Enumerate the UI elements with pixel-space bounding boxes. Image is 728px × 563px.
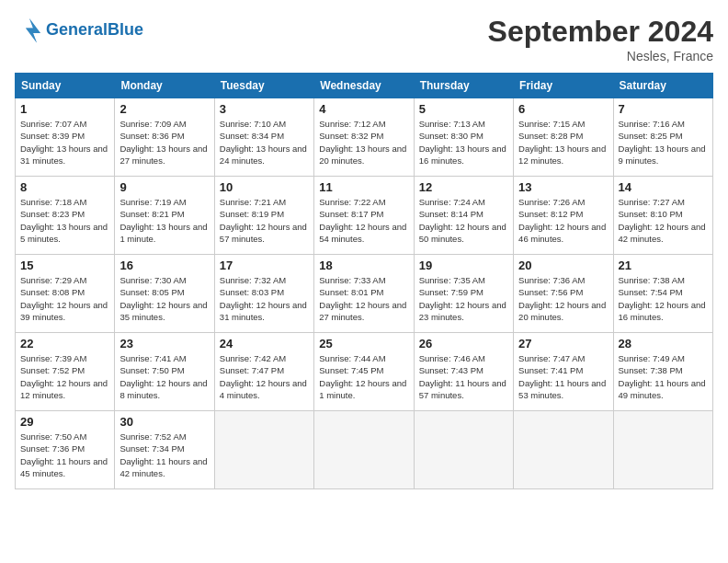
table-row: 23 Sunrise: 7:41 AM Sunset: 7:50 PM Dayl… <box>115 333 214 411</box>
table-row: 24 Sunrise: 7:42 AM Sunset: 7:47 PM Dayl… <box>214 333 313 411</box>
day-number: 16 <box>119 259 209 272</box>
day-number: 26 <box>419 337 508 350</box>
day-number: 29 <box>20 415 109 429</box>
col-friday: Friday <box>514 74 613 98</box>
table-row: 30 Sunrise: 7:52 AM Sunset: 7:34 PM Dayl… <box>115 411 214 489</box>
table-row <box>613 411 712 489</box>
day-info: Sunrise: 7:33 AM Sunset: 8:01 PM Dayligh… <box>319 274 408 323</box>
logo-text: GeneralBlue <box>46 20 143 40</box>
day-info: Sunrise: 7:12 AM Sunset: 8:32 PM Dayligh… <box>319 118 408 167</box>
day-info: Sunrise: 7:32 AM Sunset: 8:03 PM Dayligh… <box>220 274 309 323</box>
day-number: 2 <box>119 102 209 116</box>
day-number: 17 <box>220 259 309 272</box>
table-row: 12 Sunrise: 7:24 AM Sunset: 8:14 PM Dayl… <box>414 177 513 255</box>
day-number: 15 <box>20 259 109 272</box>
table-row <box>514 411 613 489</box>
day-info: Sunrise: 7:19 AM Sunset: 8:21 PM Dayligh… <box>119 196 209 245</box>
day-number: 8 <box>20 180 109 194</box>
day-info: Sunrise: 7:09 AM Sunset: 8:36 PM Dayligh… <box>119 118 209 167</box>
title-section: September 2024 Nesles, France <box>488 15 713 63</box>
day-number: 21 <box>619 259 708 272</box>
table-row: 3 Sunrise: 7:10 AM Sunset: 8:34 PM Dayli… <box>214 98 313 177</box>
calendar-row: 29 Sunrise: 7:50 AM Sunset: 7:36 PM Dayl… <box>16 411 713 489</box>
table-row: 11 Sunrise: 7:22 AM Sunset: 8:17 PM Dayl… <box>314 177 414 255</box>
table-row: 22 Sunrise: 7:39 AM Sunset: 7:52 PM Dayl… <box>16 333 115 411</box>
col-tuesday: Tuesday <box>214 74 313 98</box>
table-row: 27 Sunrise: 7:47 AM Sunset: 7:41 PM Dayl… <box>514 333 613 411</box>
day-info: Sunrise: 7:18 AM Sunset: 8:23 PM Dayligh… <box>20 196 109 245</box>
table-row: 6 Sunrise: 7:15 AM Sunset: 8:28 PM Dayli… <box>514 98 613 177</box>
col-wednesday: Wednesday <box>314 74 414 98</box>
day-number: 5 <box>419 102 508 116</box>
day-number: 1 <box>20 102 109 116</box>
table-row: 17 Sunrise: 7:32 AM Sunset: 8:03 PM Dayl… <box>214 255 313 333</box>
col-sunday: Sunday <box>16 74 115 98</box>
calendar-table: Sunday Monday Tuesday Wednesday Thursday… <box>15 73 713 489</box>
day-number: 9 <box>119 180 209 194</box>
table-row: 29 Sunrise: 7:50 AM Sunset: 7:36 PM Dayl… <box>16 411 115 489</box>
table-row: 14 Sunrise: 7:27 AM Sunset: 8:10 PM Dayl… <box>613 177 712 255</box>
table-row: 4 Sunrise: 7:12 AM Sunset: 8:32 PM Dayli… <box>314 98 414 177</box>
table-row: 5 Sunrise: 7:13 AM Sunset: 8:30 PM Dayli… <box>414 98 513 177</box>
table-row <box>214 411 313 489</box>
table-row: 20 Sunrise: 7:36 AM Sunset: 7:56 PM Dayl… <box>514 255 613 333</box>
day-info: Sunrise: 7:15 AM Sunset: 8:28 PM Dayligh… <box>518 118 608 167</box>
header: GeneralBlue September 2024 Nesles, Franc… <box>15 15 713 63</box>
day-number: 13 <box>518 180 608 194</box>
day-info: Sunrise: 7:52 AM Sunset: 7:34 PM Dayligh… <box>119 431 209 479</box>
day-info: Sunrise: 7:29 AM Sunset: 8:08 PM Dayligh… <box>20 274 109 323</box>
day-info: Sunrise: 7:38 AM Sunset: 7:54 PM Dayligh… <box>619 274 708 323</box>
day-number: 19 <box>419 259 508 272</box>
col-saturday: Saturday <box>613 74 712 98</box>
logo-icon <box>15 15 44 44</box>
day-info: Sunrise: 7:26 AM Sunset: 8:12 PM Dayligh… <box>518 196 608 245</box>
day-number: 4 <box>319 102 408 116</box>
page: GeneralBlue September 2024 Nesles, Franc… <box>0 0 728 563</box>
day-number: 27 <box>518 337 608 350</box>
day-number: 14 <box>619 180 708 194</box>
day-number: 18 <box>319 259 408 272</box>
calendar-row: 15 Sunrise: 7:29 AM Sunset: 8:08 PM Dayl… <box>16 255 713 333</box>
day-info: Sunrise: 7:22 AM Sunset: 8:17 PM Dayligh… <box>319 196 408 245</box>
day-info: Sunrise: 7:46 AM Sunset: 7:43 PM Dayligh… <box>419 352 508 401</box>
table-row: 18 Sunrise: 7:33 AM Sunset: 8:01 PM Dayl… <box>314 255 414 333</box>
day-info: Sunrise: 7:44 AM Sunset: 7:45 PM Dayligh… <box>319 352 408 401</box>
calendar-row: 22 Sunrise: 7:39 AM Sunset: 7:52 PM Dayl… <box>16 333 713 411</box>
day-info: Sunrise: 7:35 AM Sunset: 7:59 PM Dayligh… <box>419 274 508 323</box>
day-number: 3 <box>220 102 309 116</box>
table-row: 26 Sunrise: 7:46 AM Sunset: 7:43 PM Dayl… <box>414 333 513 411</box>
day-info: Sunrise: 7:39 AM Sunset: 7:52 PM Dayligh… <box>20 352 109 401</box>
day-number: 24 <box>220 337 309 350</box>
logo-blue: Blue <box>108 20 143 39</box>
day-info: Sunrise: 7:50 AM Sunset: 7:36 PM Dayligh… <box>20 431 109 479</box>
day-info: Sunrise: 7:21 AM Sunset: 8:19 PM Dayligh… <box>220 196 309 245</box>
location: Nesles, France <box>488 49 713 63</box>
day-number: 10 <box>220 180 309 194</box>
day-info: Sunrise: 7:30 AM Sunset: 8:05 PM Dayligh… <box>119 274 209 323</box>
table-row: 25 Sunrise: 7:44 AM Sunset: 7:45 PM Dayl… <box>314 333 414 411</box>
table-row: 28 Sunrise: 7:49 AM Sunset: 7:38 PM Dayl… <box>613 333 712 411</box>
table-row: 10 Sunrise: 7:21 AM Sunset: 8:19 PM Dayl… <box>214 177 313 255</box>
day-info: Sunrise: 7:27 AM Sunset: 8:10 PM Dayligh… <box>619 196 708 245</box>
table-row: 15 Sunrise: 7:29 AM Sunset: 8:08 PM Dayl… <box>16 255 115 333</box>
table-row: 16 Sunrise: 7:30 AM Sunset: 8:05 PM Dayl… <box>115 255 214 333</box>
day-info: Sunrise: 7:10 AM Sunset: 8:34 PM Dayligh… <box>220 118 309 167</box>
table-row: 2 Sunrise: 7:09 AM Sunset: 8:36 PM Dayli… <box>115 98 214 177</box>
day-info: Sunrise: 7:42 AM Sunset: 7:47 PM Dayligh… <box>220 352 309 401</box>
day-number: 22 <box>20 337 109 350</box>
table-row: 21 Sunrise: 7:38 AM Sunset: 7:54 PM Dayl… <box>613 255 712 333</box>
logo-general: General <box>46 20 108 39</box>
day-info: Sunrise: 7:16 AM Sunset: 8:25 PM Dayligh… <box>619 118 708 167</box>
calendar-header-row: Sunday Monday Tuesday Wednesday Thursday… <box>16 74 713 98</box>
calendar-row: 1 Sunrise: 7:07 AM Sunset: 8:39 PM Dayli… <box>16 98 713 177</box>
day-info: Sunrise: 7:13 AM Sunset: 8:30 PM Dayligh… <box>419 118 508 167</box>
col-thursday: Thursday <box>414 74 513 98</box>
table-row: 1 Sunrise: 7:07 AM Sunset: 8:39 PM Dayli… <box>16 98 115 177</box>
day-number: 28 <box>619 337 708 350</box>
day-info: Sunrise: 7:07 AM Sunset: 8:39 PM Dayligh… <box>20 118 109 167</box>
table-row <box>414 411 513 489</box>
table-row <box>314 411 414 489</box>
day-info: Sunrise: 7:49 AM Sunset: 7:38 PM Dayligh… <box>619 352 708 401</box>
table-row: 13 Sunrise: 7:26 AM Sunset: 8:12 PM Dayl… <box>514 177 613 255</box>
table-row: 9 Sunrise: 7:19 AM Sunset: 8:21 PM Dayli… <box>115 177 214 255</box>
